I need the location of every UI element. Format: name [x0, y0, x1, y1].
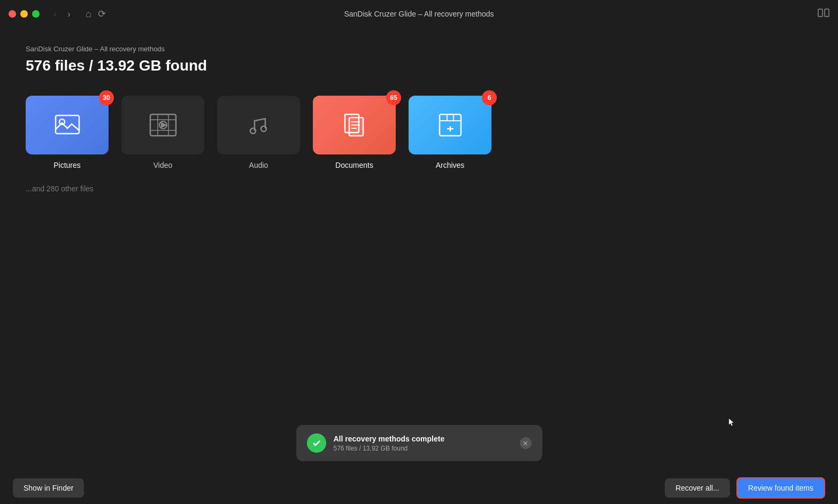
breadcrumb: SanDisk Cruzer Glide – All recovery meth… — [26, 45, 812, 53]
notification-close-button[interactable]: ✕ — [520, 437, 532, 449]
documents-label: Documents — [335, 161, 373, 169]
right-buttons: Recover all... Review found items — [665, 477, 825, 499]
audio-label: Audio — [249, 161, 268, 169]
main-content: SanDisk Cruzer Glide – All recovery meth… — [0, 28, 838, 210]
cursor — [728, 417, 733, 425]
history-button[interactable]: ⟳ — [95, 6, 109, 22]
show-in-finder-button[interactable]: Show in Finder — [13, 478, 84, 498]
video-icon — [148, 110, 178, 140]
page-title: 576 files / 13.92 GB found — [26, 57, 812, 74]
nav-buttons: ‹ › — [50, 6, 74, 22]
forward-button[interactable]: › — [64, 6, 74, 22]
svg-rect-2 — [56, 115, 79, 134]
documents-badge: 65 — [386, 90, 401, 105]
recover-all-button[interactable]: Recover all... — [665, 478, 730, 498]
file-categories: 30 Pictures — [26, 96, 812, 169]
category-archives[interactable]: 6 Archives — [409, 96, 491, 169]
pictures-label: Pictures — [53, 161, 81, 169]
svg-rect-14 — [349, 118, 363, 136]
titlebar: ‹ › ⌂ ⟳ SanDisk Cruzer Glide – All recov… — [0, 0, 838, 28]
window-title: SanDisk Cruzer Glide – All recovery meth… — [344, 10, 494, 18]
home-button[interactable]: ⌂ — [82, 6, 95, 22]
notification-subtitle: 576 files / 13.92 GB found — [334, 445, 512, 452]
audio-icon — [244, 110, 274, 140]
documents-tile: 65 — [313, 96, 396, 154]
pictures-icon — [52, 110, 82, 140]
back-button[interactable]: ‹ — [50, 6, 60, 22]
pictures-badge: 30 — [99, 90, 114, 105]
archives-label: Archives — [436, 161, 465, 169]
svg-rect-0 — [818, 9, 822, 17]
notification-success-icon — [307, 433, 326, 453]
traffic-lights — [9, 10, 40, 18]
pictures-tile: 30 — [26, 96, 109, 154]
category-pictures[interactable]: 30 Pictures — [26, 96, 109, 169]
archives-badge: 6 — [482, 90, 497, 105]
maximize-button[interactable] — [32, 10, 40, 18]
archives-tile: 6 — [409, 96, 491, 154]
other-files-text: ...and 280 other files — [26, 184, 812, 193]
close-button[interactable] — [9, 10, 16, 18]
svg-point-12 — [261, 126, 266, 131]
minimize-button[interactable] — [20, 10, 28, 18]
svg-rect-1 — [825, 9, 829, 17]
notification-bar: All recovery methods complete 576 files … — [296, 425, 542, 461]
notification-title: All recovery methods complete — [334, 435, 512, 443]
notification-text: All recovery methods complete 576 files … — [334, 435, 512, 452]
category-documents[interactable]: 65 Documents — [313, 96, 396, 169]
category-video[interactable]: Video — [121, 96, 204, 169]
archives-icon — [435, 110, 465, 140]
audio-tile — [217, 96, 300, 154]
svg-point-11 — [250, 128, 256, 134]
video-tile — [121, 96, 204, 154]
review-found-items-button[interactable]: Review found items — [736, 477, 825, 499]
svg-rect-18 — [440, 114, 461, 136]
category-audio[interactable]: Audio — [217, 96, 300, 169]
svg-marker-10 — [162, 123, 166, 127]
documents-icon — [340, 110, 370, 140]
bottom-toolbar: Show in Finder Recover all... Review fou… — [0, 472, 838, 504]
reader-view-button[interactable] — [818, 9, 829, 20]
video-label: Video — [153, 161, 173, 169]
